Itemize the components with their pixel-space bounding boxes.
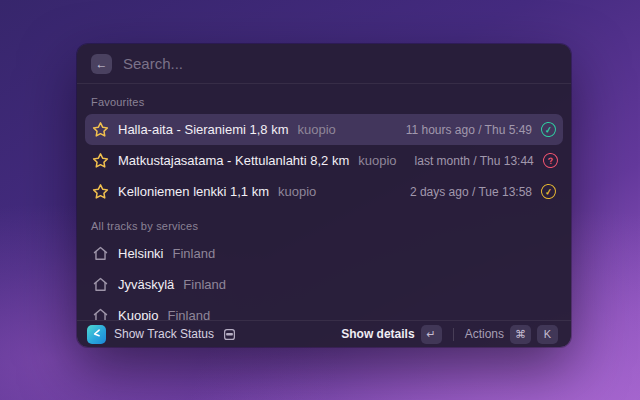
item-title: Kuopio bbox=[118, 308, 158, 320]
item-subtitle: kuopio bbox=[358, 153, 396, 168]
actions-label: Actions bbox=[465, 327, 504, 341]
item-subtitle: Finland bbox=[173, 246, 216, 261]
item-timestamp: last month / Thu 13:44 bbox=[415, 154, 534, 168]
item-timestamp: 2 days ago / Tue 13:58 bbox=[410, 185, 532, 199]
search-input[interactable] bbox=[123, 55, 557, 72]
item-title: Kelloniemen lenkki 1,1 km bbox=[118, 184, 269, 199]
question-circle-icon: ? bbox=[542, 152, 559, 169]
check-circle-icon: ✓ bbox=[540, 121, 557, 138]
footer-divider bbox=[453, 328, 454, 341]
home-icon bbox=[92, 276, 109, 293]
launcher-window: ← Favourites Halla-aita - Sieraniemi 1,8… bbox=[77, 44, 571, 347]
app-logo-icon bbox=[87, 325, 106, 344]
item-title: Matkustajasatama - Kettulanlahti 8,2 km bbox=[118, 153, 349, 168]
search-bar: ← bbox=[77, 44, 571, 84]
list-item-service[interactable]: Jyväskylä Finland bbox=[85, 269, 563, 300]
actions-button[interactable]: Actions ⌘ K bbox=[462, 323, 561, 346]
results-list: Favourites Halla-aita - Sieraniemi 1,8 k… bbox=[77, 84, 571, 320]
star-icon bbox=[92, 121, 109, 138]
item-title: Halla-aita - Sieraniemi 1,8 km bbox=[118, 122, 289, 137]
card-reader-icon bbox=[222, 327, 237, 342]
item-subtitle: kuopio bbox=[278, 184, 316, 199]
item-subtitle: Finland bbox=[183, 277, 226, 292]
list-item-track[interactable]: Kelloniemen lenkki 1,1 km kuopio 2 days … bbox=[85, 176, 563, 207]
home-icon bbox=[92, 307, 109, 320]
item-timestamp: 11 hours ago / Thu 5:49 bbox=[406, 123, 532, 137]
item-subtitle: Finland bbox=[167, 308, 210, 320]
item-title: Helsinki bbox=[118, 246, 164, 261]
star-icon bbox=[92, 183, 109, 200]
command-title: Show Track Status bbox=[114, 327, 214, 341]
enter-keycap: ↵ bbox=[421, 325, 442, 344]
list-item-service[interactable]: Kuopio Finland bbox=[85, 300, 563, 320]
show-details-button[interactable]: Show details ↵ bbox=[338, 323, 444, 346]
list-item-service[interactable]: Helsinki Finland bbox=[85, 238, 563, 269]
k-keycap: K bbox=[537, 325, 558, 344]
section-header-favourites: Favourites bbox=[85, 88, 563, 114]
list-item-track[interactable]: Matkustajasatama - Kettulanlahti 8,2 km … bbox=[85, 145, 563, 176]
item-subtitle: kuopio bbox=[298, 122, 336, 137]
arrow-left-icon: ← bbox=[96, 54, 108, 74]
item-title: Jyväskylä bbox=[118, 277, 174, 292]
list-item-track[interactable]: Halla-aita - Sieraniemi 1,8 km kuopio 11… bbox=[85, 114, 563, 145]
command-keycap: ⌘ bbox=[510, 325, 531, 344]
action-bar: Show Track Status Show details ↵ Actions… bbox=[77, 320, 571, 347]
section-header-services: All tracks by services bbox=[85, 207, 563, 238]
check-circle-icon: ✓ bbox=[540, 183, 557, 200]
back-button[interactable]: ← bbox=[91, 54, 112, 74]
home-icon bbox=[92, 245, 109, 262]
star-icon bbox=[92, 152, 109, 169]
show-details-label: Show details bbox=[341, 327, 414, 341]
